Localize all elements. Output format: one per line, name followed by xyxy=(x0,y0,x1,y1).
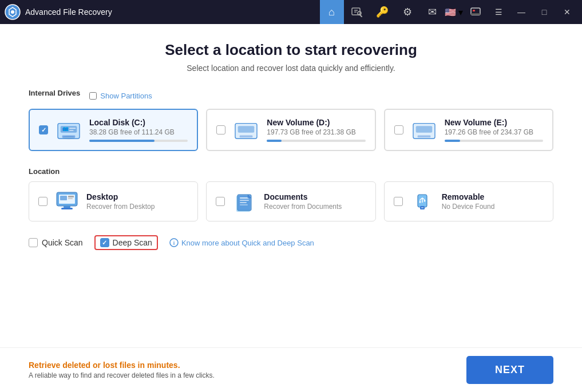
titlebar-right: 🇺🇸 ▾ ☰ — □ ✕ xyxy=(445,4,577,20)
drive-e-size: 197.26 GB free of 234.37 GB xyxy=(445,128,543,136)
location-card-removable[interactable]: Removable No Device Found xyxy=(384,181,553,221)
scan-info-link-label: Know more about Quick and Deep Scan xyxy=(181,239,314,247)
scan-options: Quick Scan Deep Scan i Know more about Q… xyxy=(29,235,553,250)
svg-rect-36 xyxy=(60,196,67,200)
drive-d-bar-fill xyxy=(267,140,282,142)
location-documents-checkbox[interactable] xyxy=(216,197,225,206)
drive-d-info: New Volume (D:) 197.73 GB free of 231.38… xyxy=(267,118,365,142)
svg-rect-49 xyxy=(421,207,423,208)
svg-text:i: i xyxy=(173,240,175,246)
nav-key-button[interactable]: 🔑 xyxy=(370,0,394,24)
nav-mail-button[interactable]: ✉ xyxy=(421,0,445,24)
drive-card-d[interactable]: New Volume (D:) 197.73 GB free of 231.38… xyxy=(206,109,375,151)
quick-scan-label: Quick Scan xyxy=(42,238,83,247)
drive-e-bar-bg xyxy=(445,140,543,142)
scan-info-link[interactable]: i Know more about Quick and Deep Scan xyxy=(169,238,314,247)
close-button[interactable]: ✕ xyxy=(557,4,577,20)
svg-rect-19 xyxy=(66,127,68,129)
svg-rect-28 xyxy=(415,126,432,132)
location-removable-info: Removable No Device Found xyxy=(442,192,495,211)
location-label: Location xyxy=(29,167,553,176)
drive-d-bar-bg xyxy=(267,140,365,142)
svg-rect-20 xyxy=(64,129,66,131)
svg-rect-24 xyxy=(238,126,255,132)
svg-rect-14 xyxy=(69,128,76,129)
deep-scan-option[interactable]: Deep Scan xyxy=(100,238,152,247)
location-removable-desc: No Device Found xyxy=(442,203,495,211)
internal-drives-label: Internal Drives xyxy=(29,89,80,97)
hamburger-button[interactable]: ☰ xyxy=(488,4,509,20)
drive-e-name: New Volume (E:) xyxy=(445,118,543,127)
location-card-documents[interactable]: Documents Recover from Documents xyxy=(206,181,375,221)
svg-rect-38 xyxy=(68,198,73,199)
location-desktop-desc: Recover from Desktop xyxy=(86,203,155,211)
svg-rect-33 xyxy=(64,206,70,208)
info-icon: i xyxy=(169,238,179,247)
minimize-button[interactable]: — xyxy=(511,4,532,20)
location-desktop-name: Desktop xyxy=(86,192,155,201)
drive-d-icon xyxy=(232,119,260,141)
svg-rect-37 xyxy=(68,196,74,197)
nav-scan-button[interactable] xyxy=(345,0,369,24)
drive-c-bar-fill xyxy=(89,140,155,142)
drive-card-c[interactable]: Local Disk (C:) 38.28 GB free of 111.24 … xyxy=(29,109,198,151)
app-logo xyxy=(5,4,21,20)
svg-rect-25 xyxy=(240,136,253,138)
drives-header: Internal Drives Show Partitions xyxy=(29,89,553,103)
svg-rect-18 xyxy=(64,127,66,129)
location-desktop-info: Desktop Recover from Desktop xyxy=(86,192,155,211)
svg-rect-44 xyxy=(240,202,247,203)
svg-rect-15 xyxy=(69,130,74,131)
footer-text: Retrieve deleted or lost files in minute… xyxy=(29,361,215,379)
drive-e-icon xyxy=(410,119,438,141)
drive-e-bar-fill xyxy=(445,140,461,142)
show-partitions-label: Show Partitions xyxy=(100,92,152,100)
deep-scan-box: Deep Scan xyxy=(94,235,158,250)
maximize-button[interactable]: □ xyxy=(534,4,555,20)
drive-c-icon xyxy=(55,119,82,141)
svg-rect-29 xyxy=(417,136,430,138)
content-area: Select a location to start recovering Se… xyxy=(0,24,582,347)
drive-d-checkbox[interactable] xyxy=(216,125,225,134)
svg-rect-9 xyxy=(471,13,480,15)
footer: Retrieve deleted or lost files in minute… xyxy=(0,347,582,392)
language-flag[interactable]: 🇺🇸 ▾ xyxy=(445,7,463,18)
usb-icon xyxy=(410,190,435,213)
drive-c-checkbox[interactable] xyxy=(39,125,48,134)
drive-d-name: New Volume (D:) xyxy=(267,118,365,127)
page-subtitle: Select location and recover lost data qu… xyxy=(29,64,553,73)
svg-rect-45 xyxy=(240,204,248,205)
svg-rect-8 xyxy=(473,10,475,11)
svg-rect-17 xyxy=(62,136,76,138)
location-desktop-checkbox[interactable] xyxy=(38,197,47,206)
drive-e-checkbox[interactable] xyxy=(394,125,403,134)
page-title: Select a location to start recovering xyxy=(29,41,553,59)
show-partitions-checkbox[interactable] xyxy=(89,92,97,100)
notifications-button[interactable] xyxy=(465,4,486,20)
next-button[interactable]: NEXT xyxy=(466,356,553,384)
main-content: Select a location to start recovering Se… xyxy=(0,24,582,392)
location-removable-checkbox[interactable] xyxy=(394,197,403,206)
drives-grid: Local Disk (C:) 38.28 GB free of 111.24 … xyxy=(29,109,553,151)
location-removable-name: Removable xyxy=(442,192,495,201)
quick-scan-checkbox[interactable] xyxy=(29,238,38,247)
nav-home-button[interactable]: ⌂ xyxy=(320,0,344,24)
location-card-desktop[interactable]: Desktop Recover from Desktop xyxy=(29,181,198,221)
drive-c-bar-bg xyxy=(89,140,188,142)
svg-rect-42 xyxy=(240,197,249,199)
footer-headline: Retrieve deleted or lost files in minute… xyxy=(29,361,215,370)
svg-rect-21 xyxy=(66,129,68,131)
location-grid: Desktop Recover from Desktop xyxy=(29,181,553,221)
drive-card-e[interactable]: New Volume (E:) 197.26 GB free of 234.37… xyxy=(384,109,553,151)
nav-settings-button[interactable]: ⚙ xyxy=(395,0,419,24)
quick-scan-option[interactable]: Quick Scan xyxy=(29,238,83,247)
deep-scan-checkbox[interactable] xyxy=(100,238,109,247)
desktop-icon xyxy=(54,190,80,213)
drive-d-size: 197.73 GB free of 231.38 GB xyxy=(267,128,365,136)
show-partitions-toggle[interactable]: Show Partitions xyxy=(89,92,152,100)
footer-sub: A reliable way to find and recover delet… xyxy=(29,371,215,379)
location-documents-name: Documents xyxy=(264,192,342,201)
location-documents-info: Documents Recover from Documents xyxy=(264,192,342,211)
titlebar-nav: ⌂ 🔑 ⚙ ✉ xyxy=(320,0,445,24)
svg-rect-43 xyxy=(240,200,249,201)
